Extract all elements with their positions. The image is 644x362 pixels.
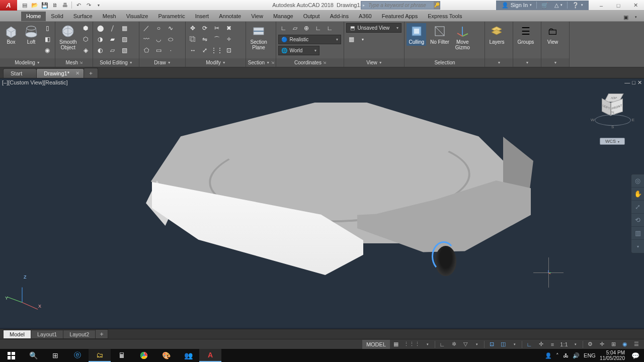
qat-save-icon[interactable]: 💾 <box>40 1 49 10</box>
status-osnap-icon[interactable]: ⊡ <box>486 340 497 349</box>
ucs-prev-icon[interactable]: ∟ <box>325 23 335 33</box>
tab-surface[interactable]: Surface <box>68 12 98 21</box>
status-polar-icon[interactable]: ✲ <box>448 340 459 349</box>
layout-layout1[interactable]: Layout1 <box>31 330 63 339</box>
section-plane-button[interactable]: Section Plane <box>248 23 269 51</box>
taskbar-teams-icon[interactable]: 👥 <box>177 349 199 362</box>
edge-edit-icon[interactable]: ▨ <box>119 34 129 44</box>
point-icon[interactable]: · <box>166 45 176 55</box>
help-search-input[interactable] <box>366 3 434 8</box>
status-snap-icon[interactable]: ⋮⋮⋮ <box>402 340 422 349</box>
mesh-tool-2-icon[interactable]: ⬡ <box>80 34 91 44</box>
taskview-button[interactable]: ⊞ <box>44 349 66 362</box>
erase-icon[interactable]: ✖ <box>224 23 234 33</box>
explode-icon[interactable]: ✧ <box>224 34 234 44</box>
status-grid-icon[interactable]: ▦ <box>390 340 401 349</box>
status-gear-icon[interactable]: ⚙ <box>585 340 596 349</box>
status-scale-arrow-icon[interactable]: ▾ <box>570 340 581 349</box>
status-3dosnap-icon[interactable]: ◫ <box>498 340 509 349</box>
ucs-world-dropdown[interactable]: 🌐World▼ <box>278 46 319 55</box>
smooth-object-button[interactable]: Smooth Object <box>57 23 78 51</box>
ucs-named-icon[interactable]: ∟ <box>313 23 323 33</box>
polyline-icon[interactable]: 〰 <box>141 34 151 44</box>
array-icon[interactable]: ⋮⋮ <box>212 45 222 55</box>
ribbon-focus-icon[interactable]: ▣ <box>622 13 630 21</box>
tab-manage[interactable]: Manage <box>268 12 298 21</box>
minimize-button[interactable]: – <box>593 0 610 11</box>
vp-min-icon[interactable]: — <box>624 79 630 86</box>
rectangle-icon[interactable]: ▭ <box>153 45 164 55</box>
status-tile-icon[interactable]: ⊞ <box>608 340 619 349</box>
qat-new-icon[interactable]: ▤ <box>20 1 29 10</box>
nav-wheel-icon[interactable]: ◎ <box>631 174 644 188</box>
close-button[interactable]: ✕ <box>627 0 644 11</box>
tray-network-icon[interactable]: 🖧 <box>563 352 569 358</box>
offset-icon[interactable]: ⊡ <box>224 45 234 55</box>
slice-icon[interactable]: ⧸ <box>107 23 117 33</box>
rotate-icon[interactable]: ⟳ <box>200 23 210 33</box>
tray-chevron-icon[interactable]: ˄ <box>556 352 559 359</box>
nav-zoom-icon[interactable]: ⤢ <box>631 201 644 214</box>
nav-showmotion-icon[interactable]: ▥ <box>631 227 644 240</box>
status-plus-icon[interactable]: ✛ <box>596 340 607 349</box>
circle-icon[interactable]: ○ <box>153 23 164 33</box>
qat-more-icon[interactable]: ▼ <box>94 1 103 10</box>
help-search[interactable]: ▸ 🔑 <box>361 1 440 10</box>
vp-max-icon[interactable]: □ <box>632 79 635 86</box>
arc-icon[interactable]: ◡ <box>153 34 164 44</box>
mesh-tool-1-icon[interactable]: ⬢ <box>80 23 91 33</box>
taskbar-paint-icon[interactable]: 🎨 <box>155 349 177 362</box>
tray-notifications-icon[interactable]: 💬 <box>629 349 642 362</box>
revolve-icon[interactable]: ◉ <box>42 45 52 55</box>
tab-home[interactable]: Home <box>21 12 46 21</box>
intersect-icon[interactable]: ◐ <box>95 45 105 55</box>
vp-close-icon[interactable]: ✕ <box>637 79 642 86</box>
tab-output[interactable]: Output <box>298 12 325 21</box>
tab-express[interactable]: Express Tools <box>423 12 467 21</box>
search-button[interactable]: 🔍 <box>22 349 44 362</box>
tab-solid[interactable]: Solid <box>46 12 68 21</box>
drawing-viewport[interactable]: [–][Custom View][Realistic] — □ ✕ Z Y X … <box>0 78 644 328</box>
ucs-indicator[interactable]: Z Y X <box>7 278 42 308</box>
polygon-icon[interactable]: ⬠ <box>141 45 151 55</box>
stretch-icon[interactable]: ↔ <box>188 45 198 55</box>
loft-button[interactable]: Loft <box>22 23 40 46</box>
move-icon[interactable]: ✥ <box>188 23 198 33</box>
status-hardware-icon[interactable]: ◉ <box>619 340 630 349</box>
culling-button[interactable]: Culling <box>407 23 426 46</box>
tray-people-icon[interactable]: 👤 <box>545 352 552 359</box>
view-button[interactable]: 🗀 View <box>543 23 561 46</box>
layout-model[interactable]: Model <box>3 330 31 339</box>
subtract-icon[interactable]: ◑ <box>95 34 105 44</box>
presspull-icon[interactable]: ◧ <box>42 34 52 44</box>
app-logo[interactable]: A <box>0 0 17 11</box>
a360-icon[interactable]: △▾ <box>553 2 564 9</box>
box-button[interactable]: Box <box>2 23 20 46</box>
mesh-tool-3-icon[interactable]: ◈ <box>80 45 91 55</box>
view-cube[interactable]: TOP LEFT FRONT N E S W WCS▾ <box>593 89 633 135</box>
qat-open-icon[interactable]: 📂 <box>30 1 39 10</box>
ucs-world-icon[interactable]: ⊕ <box>301 23 311 33</box>
filetab-drawing1[interactable]: Drawing1*✕ <box>36 68 84 78</box>
help-icon[interactable]: ❔▾ <box>571 2 585 9</box>
maximize-button[interactable]: □ <box>610 0 627 11</box>
filetab-start[interactable]: Start <box>3 68 37 78</box>
taskbar-explorer-icon[interactable]: 🗂 <box>89 349 111 362</box>
trim-icon[interactable]: ✂ <box>212 23 222 33</box>
layers-button[interactable]: Layers <box>487 23 506 46</box>
status-3dosnap-arrow-icon[interactable]: ▾ <box>509 340 520 349</box>
signin-button[interactable]: 👤 Sign In ▾ <box>500 2 533 9</box>
filetab-new[interactable]: ＋ <box>84 68 98 78</box>
filetab-close-icon[interactable]: ✕ <box>75 70 79 76</box>
tab-parametric[interactable]: Parametric <box>153 12 190 21</box>
status-iso-arrow-icon[interactable]: ▾ <box>471 340 482 349</box>
ucs-face-icon[interactable]: ▱ <box>290 23 300 33</box>
tab-addins[interactable]: Add-ins <box>325 12 354 21</box>
status-customize-icon[interactable]: ☰ <box>631 340 642 349</box>
status-dyninput-icon[interactable]: ✢ <box>535 340 546 349</box>
tab-insert[interactable]: Insert <box>190 12 214 21</box>
copy-icon[interactable]: ⿻ <box>188 34 198 44</box>
status-dynucs-icon[interactable]: ∟ <box>524 340 535 349</box>
tab-featured[interactable]: Featured Apps <box>377 12 423 21</box>
tray-volume-icon[interactable]: 🔊 <box>573 352 580 359</box>
